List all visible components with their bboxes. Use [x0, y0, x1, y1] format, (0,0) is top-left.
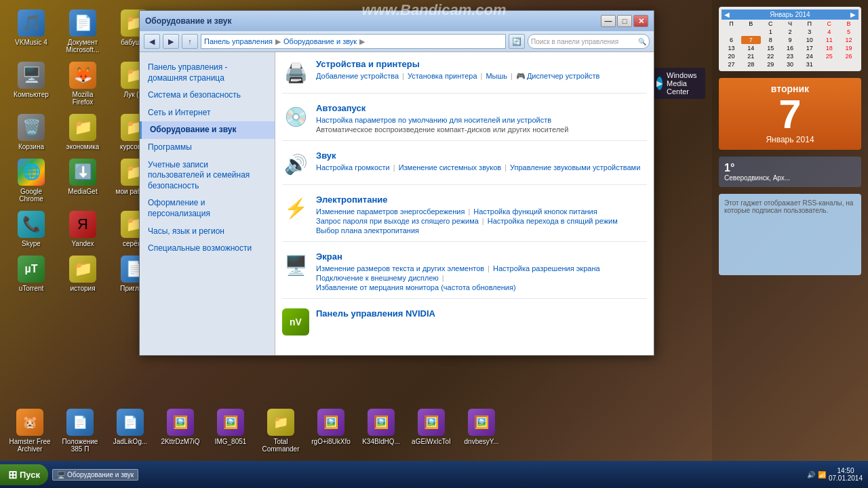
link-power-settings[interactable]: Изменение параметров энергосбережения — [316, 207, 465, 216]
taskbar-clock[interactable]: 14:50 07.01.2014 — [829, 467, 863, 482]
cal-day-21[interactable]: 21 — [741, 52, 761, 60]
desktop-icon-rg0[interactable]: 🖼️ rgO+i8UkXfo — [307, 406, 355, 455]
cal-day-27[interactable]: 27 — [722, 60, 741, 68]
desktop-icon-dnvbes[interactable]: 🖼️ dnvbesyY... — [457, 406, 506, 455]
cal-day-30[interactable]: 30 — [781, 60, 800, 68]
desktop-icon-document[interactable]: 📄 Документ Microsoft... — [58, 7, 107, 56]
cal-day-5[interactable]: 5 — [839, 28, 859, 36]
cal-prev-btn[interactable]: ◀ — [724, 11, 730, 18]
power-title[interactable]: Электропитание — [316, 195, 647, 205]
desktop-icon-computer[interactable]: 🖥️ Компьютер — [7, 59, 56, 108]
link-add-device[interactable]: Добавление устройства — [316, 72, 399, 81]
sidebar-item-accounts[interactable]: Учетные записи пользователей и семейная … — [140, 157, 275, 195]
desktop-icon-history[interactable]: 📁 история — [58, 253, 107, 295]
cal-day-17[interactable]: 17 — [800, 44, 819, 52]
nav-up-button[interactable]: ↑ — [182, 34, 198, 49]
desktop-icon-position[interactable]: 📄 Положение 385 П — [56, 406, 104, 455]
desktop-icon-firefox[interactable]: 🦊 Mozilla Firefox — [58, 59, 107, 108]
start-button[interactable]: ⊞ Пуск — [0, 464, 48, 485]
cal-day-1[interactable]: 1 — [761, 28, 781, 36]
address-breadcrumb-home[interactable]: Панель управления — [204, 37, 273, 45]
link-volume[interactable]: Настройка громкости — [316, 163, 390, 171]
cal-day-11[interactable]: 11 — [819, 36, 839, 44]
cal-day-22[interactable]: 22 — [761, 52, 781, 60]
cal-day-6[interactable]: 6 — [722, 36, 741, 44]
display-title[interactable]: Экран — [316, 251, 647, 262]
sidebar-item-clock[interactable]: Часы, язык и регион — [140, 223, 275, 241]
nav-forward-button[interactable]: ▶ — [163, 34, 179, 49]
sidebar-item-appearance[interactable]: Оформление и персонализация — [140, 195, 275, 222]
link-flicker[interactable]: Избавление от мерцания монитора (частота… — [316, 283, 516, 291]
cal-day-14[interactable]: 14 — [741, 44, 761, 52]
cal-day-16[interactable]: 16 — [781, 44, 800, 52]
cal-day-13[interactable]: 13 — [722, 44, 741, 52]
desktop-icon-economy[interactable]: 📁 экономика — [58, 111, 107, 153]
media-center-button[interactable]: ▶ Windows Media Center — [650, 68, 705, 99]
taskbar-item-controlpanel[interactable]: 🖥️ Оборудование и звук — [52, 469, 138, 481]
cal-day-24[interactable]: 24 — [800, 52, 819, 60]
nvidia-title[interactable]: Панель управления NVIDIA — [316, 308, 647, 319]
desktop-icon-korzina[interactable]: 🗑️ Корзина — [7, 111, 56, 153]
cal-day-26[interactable]: 26 — [839, 52, 859, 60]
cal-next-btn[interactable]: ▶ — [850, 11, 856, 18]
desktop-icon-utorrent[interactable]: µT uTorrent — [7, 253, 56, 295]
link-text-size[interactable]: Изменение размеров текста и других элеме… — [316, 264, 484, 272]
search-bar[interactable]: Поиск в панели управления 🔍 — [528, 34, 650, 49]
link-autoplay-defaults[interactable]: Настройка параметров по умолчанию для но… — [316, 116, 551, 124]
cal-day-10[interactable]: 10 — [800, 36, 819, 44]
desktop-icon-mediaget[interactable]: ⬇️ MediaGet — [58, 156, 107, 205]
desktop-icon-jadlik[interactable]: 📄 JadLikOg... — [106, 406, 155, 455]
sidebar-item-hardware[interactable]: Оборудование и звук — [140, 121, 275, 139]
address-breadcrumb-section[interactable]: Оборудование и звук — [283, 37, 357, 45]
cal-day-25[interactable]: 25 — [819, 52, 839, 60]
cal-day-7[interactable]: 7 — [741, 36, 761, 44]
autoplay-title[interactable]: Автозапуск — [316, 103, 647, 113]
cal-day-31[interactable]: 31 — [800, 60, 819, 68]
link-password-wake[interactable]: Запрос пароля при выходе из спящего режи… — [316, 217, 479, 225]
desktop-icon-k34[interactable]: 🖼️ K34BldHQ... — [357, 406, 406, 455]
cal-day-23[interactable]: 23 — [781, 52, 800, 60]
sidebar-item-network[interactable]: Сеть и Интернет — [140, 104, 275, 122]
cal-day-20[interactable]: 20 — [722, 52, 741, 60]
desktop-icon-2kttr[interactable]: 🖼️ 2KttrDzM7iQ — [156, 406, 205, 455]
cal-day-2[interactable]: 2 — [781, 28, 800, 36]
link-power-plan[interactable]: Выбор плана электропитания — [316, 226, 419, 235]
tray-network-icon[interactable]: 📶 — [818, 471, 826, 479]
cal-day-15[interactable]: 15 — [761, 44, 781, 52]
nav-back-button[interactable]: ◀ — [144, 34, 160, 49]
cal-day-3[interactable]: 3 — [800, 28, 819, 36]
link-external-display[interactable]: Подключение к внешнему дисплею — [316, 274, 439, 282]
link-install-printer[interactable]: Установка принтера — [408, 72, 477, 81]
desktop-icon-yandex[interactable]: Я Yandex — [58, 208, 107, 250]
sidebar-item-access[interactable]: Специальные возможности — [140, 240, 275, 258]
desktop-icon-vkmusic[interactable]: 🎵 VKMusic 4 — [7, 7, 56, 56]
cal-day-29[interactable]: 29 — [761, 60, 781, 68]
cal-day-28[interactable]: 28 — [741, 60, 761, 68]
sidebar-item-home[interactable]: Панель управления - домашняя страница — [140, 59, 275, 87]
link-manage-audio[interactable]: Управление звуковыми устройствами — [510, 163, 640, 171]
link-mouse[interactable]: Мышь — [486, 72, 507, 81]
sidebar-item-system[interactable]: Система и безопасность — [140, 87, 275, 104]
desktop-icon-totalcmd[interactable]: 📁 Total Commander — [256, 406, 305, 455]
desktop-icon-hamster[interactable]: 🐹 Hamster Free Archiver — [5, 406, 54, 455]
tray-sound-icon[interactable]: 🔊 — [807, 471, 815, 479]
address-refresh-button[interactable]: 🔄 — [509, 34, 525, 49]
cal-day-4[interactable]: 4 — [819, 28, 839, 36]
cal-day-8[interactable]: 8 — [761, 36, 781, 44]
devices-title[interactable]: Устройства и принтеры — [316, 59, 647, 69]
link-resolution[interactable]: Настройка разрешения экрана — [493, 264, 600, 272]
link-system-sounds[interactable]: Изменение системных звуков — [399, 163, 502, 171]
cal-day-19[interactable]: 19 — [839, 44, 859, 52]
address-bar[interactable]: Панель управления ▶ Оборудование и звук … — [201, 34, 506, 49]
link-sleep-settings[interactable]: Настройка перехода в спящий режим — [488, 217, 618, 225]
cal-day-18[interactable]: 18 — [819, 44, 839, 52]
sound-title[interactable]: Звук — [316, 150, 647, 161]
link-power-buttons[interactable]: Настройка функций кнопок питания — [473, 207, 597, 216]
cal-day-9[interactable]: 9 — [781, 36, 800, 44]
sidebar-item-programs[interactable]: Программы — [140, 139, 275, 157]
desktop-icon-chrome[interactable]: 🌐 Google Chrome — [7, 156, 56, 205]
desktop-icon-img8051[interactable]: 🖼️ IMG_8051 — [206, 406, 255, 455]
cal-day-12[interactable]: 12 — [839, 36, 859, 44]
desktop-icon-skype[interactable]: 📞 Skype — [7, 208, 56, 250]
desktop-icon-agei[interactable]: 🖼️ aGEiWxIcToI — [407, 406, 456, 455]
